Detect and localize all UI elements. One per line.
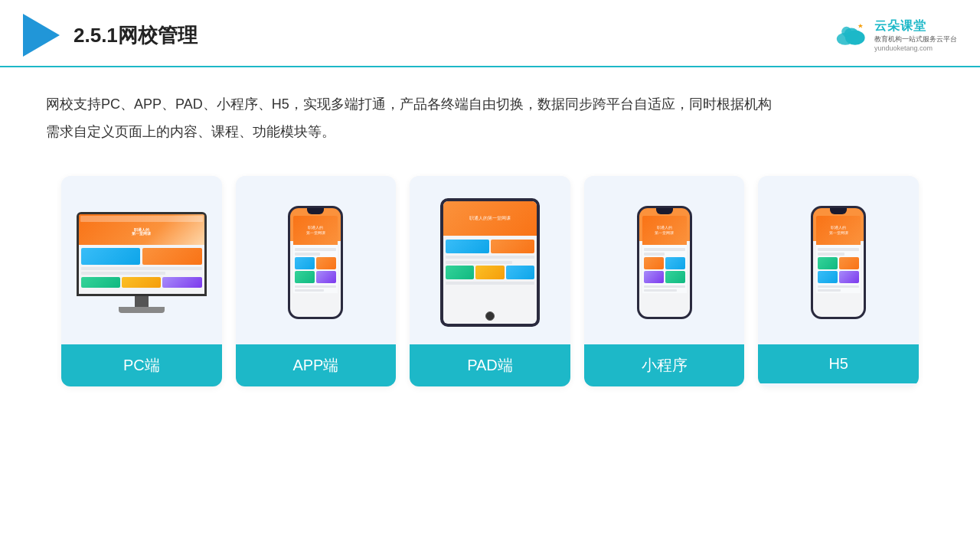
- pc-monitor-icon: 职通人的第一堂网课: [77, 212, 207, 313]
- card-pad-image: 职通人的第一堂网课: [410, 176, 570, 344]
- page-title: 2.5.1网校管理: [74, 22, 198, 49]
- page-header: 2.5.1网校管理 云朵课堂 教育机构一站式服务云平台 yunduoketang…: [0, 0, 980, 67]
- header-left: 2.5.1网校管理: [23, 14, 198, 57]
- phone-notch-h5: [830, 208, 847, 214]
- phone-notch: [307, 208, 324, 214]
- header-right: 云朵课堂 教育机构一站式服务云平台 yunduoketang.com: [833, 18, 957, 52]
- phone-notch-miniapp: [656, 208, 673, 214]
- tablet-icon: 职通人的第一堂网课: [440, 198, 540, 327]
- card-pad-label: PAD端: [410, 344, 570, 386]
- description-line2: 需求自定义页面上的内容、课程、功能模块等。: [46, 124, 335, 139]
- card-h5: 职通人的第一堂网课: [758, 176, 919, 386]
- brand-url: yunduoketang.com: [874, 44, 933, 52]
- monitor-screen: 职通人的第一堂网课: [79, 214, 204, 294]
- phone-miniapp-icon: 职通人的第一堂网课: [637, 206, 692, 319]
- brand-name: 云朵课堂: [874, 18, 926, 34]
- brand-text: 云朵课堂 教育机构一站式服务云平台 yunduoketang.com: [874, 18, 957, 52]
- phone-h5-screen: 职通人的第一堂网课: [813, 208, 864, 317]
- card-pc: 职通人的第一堂网课: [61, 176, 222, 386]
- svg-point-3: [841, 27, 851, 37]
- brand-slogan: 教育机构一站式服务云平台: [874, 34, 957, 44]
- card-miniapp-label: 小程序: [584, 344, 745, 386]
- card-miniapp-image: 职通人的第一堂网课: [584, 176, 745, 344]
- card-miniapp: 职通人的第一堂网课: [584, 176, 745, 386]
- svg-marker-4: [858, 24, 863, 28]
- description-text: 网校支持PC、APP、PAD、小程序、H5，实现多端打通，产品各终端自由切换，数…: [46, 90, 888, 145]
- phone-screen: 职通人的第一堂网课: [290, 208, 341, 317]
- phone-h5-icon: 职通人的第一堂网课: [811, 206, 866, 319]
- cards-section: 职通人的第一堂网课: [46, 176, 934, 386]
- card-pad: 职通人的第一堂网课: [410, 176, 570, 386]
- phone-app-icon: 职通人的第一堂网课: [288, 206, 343, 319]
- description-line1: 网校支持PC、APP、PAD、小程序、H5，实现多端打通，产品各终端自由切换，数…: [46, 96, 772, 112]
- logo-triangle-icon: [23, 14, 60, 57]
- cloud-icon: [833, 21, 870, 49]
- card-app-label: APP端: [236, 344, 397, 386]
- card-h5-label: H5: [758, 344, 919, 383]
- monitor-frame: 职通人的第一堂网课: [77, 212, 207, 296]
- phone-miniapp-screen: 职通人的第一堂网课: [639, 208, 690, 317]
- tablet-screen: 职通人的第一堂网课: [443, 201, 537, 324]
- card-app: 职通人的第一堂网课: [236, 176, 397, 386]
- tablet-home-button: [485, 311, 495, 321]
- main-content: 网校支持PC、APP、PAD、小程序、H5，实现多端打通，产品各终端自由切换，数…: [0, 67, 980, 402]
- card-h5-image: 职通人的第一堂网课: [758, 176, 919, 344]
- brand-logo: 云朵课堂 教育机构一站式服务云平台 yunduoketang.com: [833, 18, 957, 52]
- card-pc-image: 职通人的第一堂网课: [61, 176, 222, 344]
- card-app-image: 职通人的第一堂网课: [236, 176, 397, 344]
- card-pc-label: PC端: [61, 344, 222, 386]
